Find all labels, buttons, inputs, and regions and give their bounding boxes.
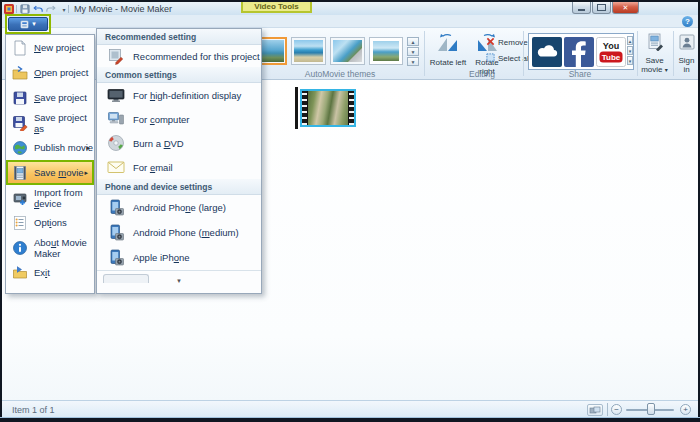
menu-item-label: Save movie bbox=[34, 167, 84, 178]
rotate-left-label: Rotate left bbox=[430, 58, 466, 67]
menu-item-save-movie[interactable]: Save movie ▸ bbox=[6, 160, 94, 185]
help-icon[interactable]: ? bbox=[682, 16, 693, 27]
close-icon: ✕ bbox=[623, 4, 629, 12]
sign-in-button[interactable]: Sign in bbox=[675, 31, 698, 77]
share-gallery-scroll: ▴ ▾ ▾ bbox=[627, 36, 633, 65]
theme-image bbox=[294, 40, 323, 62]
menu-item-label: Exit bbox=[34, 267, 50, 278]
submenu-arrow-icon: ▸ bbox=[84, 169, 88, 177]
separator bbox=[673, 31, 674, 76]
save-qat-icon[interactable] bbox=[20, 4, 30, 14]
theme-image bbox=[262, 40, 284, 62]
submenu-item-label: Android Phone (large) bbox=[133, 202, 226, 213]
menu-item-open-project[interactable]: Open project bbox=[6, 60, 94, 85]
maximize-icon bbox=[597, 4, 606, 11]
menu-item-label: Open project bbox=[34, 67, 88, 78]
separator bbox=[523, 31, 524, 76]
menu-item-label: Publish movie bbox=[34, 142, 93, 153]
undo-icon[interactable] bbox=[33, 4, 43, 14]
submenu-item-label: For high-definition display bbox=[133, 90, 241, 101]
submenu-item-android-medium[interactable]: Android Phone (medium) bbox=[97, 220, 261, 245]
theme-thumbnail-3[interactable] bbox=[330, 37, 365, 65]
submenu-item-recommended[interactable]: Recommended for this project bbox=[97, 45, 261, 67]
menu-item-label: About Movie Maker bbox=[34, 237, 94, 259]
menu-item-options[interactable]: Options bbox=[6, 210, 94, 235]
video-clip-thumbnail[interactable] bbox=[300, 89, 356, 127]
remove-button[interactable]: Remove bbox=[486, 37, 528, 48]
share-scroll-down-icon[interactable]: ▾ bbox=[627, 46, 633, 55]
submenu-item-label: For email bbox=[133, 162, 173, 173]
zoom-slider-thumb[interactable] bbox=[647, 403, 655, 415]
theme-thumbnail-2[interactable] bbox=[291, 37, 326, 65]
publish-movie-icon bbox=[12, 140, 28, 156]
submenu-item-hd-display[interactable]: For high-definition display bbox=[97, 83, 261, 107]
import-from-device-icon bbox=[12, 190, 28, 206]
dropdown-arrow-icon: ▾ bbox=[665, 67, 668, 73]
theme-thumbnail-default[interactable] bbox=[259, 37, 287, 65]
save-movie-submenu: Recommended setting Recommended for this… bbox=[96, 28, 262, 294]
menu-item-about-movie-maker[interactable]: About Movie Maker bbox=[6, 235, 94, 260]
file-menu-button[interactable]: ▾ bbox=[8, 17, 48, 31]
open-project-icon bbox=[12, 65, 28, 81]
select-all-icon bbox=[486, 53, 495, 64]
remove-icon bbox=[486, 37, 495, 48]
menu-item-publish-movie[interactable]: Publish movie ▸ bbox=[6, 135, 94, 160]
submenu-item-apple-iphone[interactable]: Apple iPhone bbox=[97, 245, 261, 270]
android-phone-icon bbox=[107, 224, 125, 242]
dvd-icon bbox=[107, 134, 125, 152]
submenu-item-label: Burn a DVD bbox=[133, 138, 184, 149]
status-item-count: Item 1 of 1 bbox=[12, 405, 55, 415]
separator bbox=[68, 5, 69, 13]
menu-item-save-project[interactable]: Save project bbox=[6, 85, 94, 110]
select-all-label: Select all bbox=[498, 54, 530, 63]
email-icon bbox=[107, 158, 125, 176]
submenu-arrow-icon: ▸ bbox=[86, 144, 90, 152]
zoom-in-icon[interactable]: + bbox=[680, 404, 691, 415]
facebook-icon[interactable] bbox=[564, 37, 594, 67]
redo-icon[interactable] bbox=[46, 4, 56, 14]
share-scroll-up-icon[interactable]: ▴ bbox=[627, 36, 633, 45]
group-label-share: Share bbox=[530, 69, 630, 79]
submenu-item-label: Apple iPhone bbox=[133, 252, 190, 263]
submenu-header: Common settings bbox=[97, 67, 261, 83]
menu-item-save-project-as[interactable]: Save project as bbox=[6, 110, 94, 135]
submenu-scroll-area[interactable]: ▼ bbox=[97, 270, 261, 293]
svg-text:You: You bbox=[603, 41, 619, 51]
submenu-item-for-email[interactable]: For email bbox=[97, 155, 261, 179]
minimize-button[interactable] bbox=[572, 2, 591, 14]
submenu-item-for-computer[interactable]: For computer bbox=[97, 107, 261, 131]
menu-item-label: Options bbox=[34, 217, 67, 228]
maximize-button[interactable] bbox=[592, 2, 611, 14]
apple-iphone-icon bbox=[107, 249, 125, 267]
menu-item-label: Import from device bbox=[34, 187, 94, 209]
submenu-item-android-large[interactable]: Android Phone (large) bbox=[97, 195, 261, 220]
zoom-out-icon[interactable]: − bbox=[611, 404, 622, 415]
menu-item-import-from-device[interactable]: Import from device bbox=[6, 185, 94, 210]
onedrive-icon[interactable] bbox=[532, 37, 562, 67]
dropdown-arrow-icon: ▾ bbox=[32, 20, 36, 28]
svg-text:Tube: Tube bbox=[602, 53, 621, 62]
app-icon bbox=[4, 4, 14, 14]
separator bbox=[16, 5, 17, 13]
share-more-icon[interactable]: ▾ bbox=[627, 56, 633, 65]
page-title: My Movie - Movie Maker bbox=[74, 4, 172, 14]
gallery-scroll-up-icon[interactable]: ▲ bbox=[407, 37, 419, 46]
youtube-icon[interactable]: YouTube bbox=[596, 37, 626, 67]
save-movie-ribbon-button[interactable]: Save movie ▾ bbox=[639, 31, 670, 77]
theme-thumbnail-4[interactable] bbox=[369, 37, 403, 65]
menu-item-exit[interactable]: Exit bbox=[6, 260, 94, 285]
save-movie-ribbon-icon bbox=[639, 33, 670, 53]
film-perforation-right bbox=[349, 91, 354, 125]
save-project-as-icon bbox=[12, 115, 28, 131]
menu-item-new-project[interactable]: New project bbox=[6, 35, 94, 60]
playhead[interactable] bbox=[295, 87, 298, 129]
gallery-scroll-down-icon[interactable]: ▼ bbox=[407, 47, 419, 56]
submenu-item-burn-dvd[interactable]: Burn a DVD bbox=[97, 131, 261, 155]
close-button[interactable]: ✕ bbox=[612, 2, 639, 14]
thumbnail-size-button[interactable] bbox=[587, 404, 603, 416]
gallery-more-icon[interactable]: ▼ bbox=[407, 57, 419, 66]
share-gallery: YouTube ▴ ▾ ▾ bbox=[528, 33, 634, 70]
options-icon bbox=[12, 215, 28, 231]
window-frame-bottom bbox=[0, 418, 700, 422]
group-label-editing: Editing bbox=[432, 69, 532, 79]
